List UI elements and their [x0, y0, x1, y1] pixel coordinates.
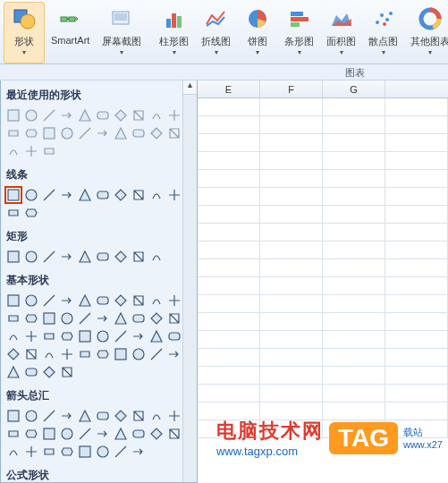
ribbon-area-chart[interactable]: 面积图 ▾ — [320, 2, 362, 64]
shape-option[interactable] — [58, 309, 76, 327]
cell[interactable] — [385, 206, 448, 223]
shape-option[interactable] — [112, 443, 130, 461]
shape-option[interactable] — [22, 345, 40, 363]
cell[interactable] — [323, 242, 385, 258]
shape-option[interactable] — [165, 309, 183, 327]
col-header[interactable]: G — [323, 80, 385, 97]
cell[interactable] — [260, 313, 323, 330]
shape-option[interactable] — [112, 425, 130, 443]
shape-option[interactable] — [22, 248, 40, 266]
shape-option[interactable] — [40, 309, 58, 327]
shape-option[interactable] — [94, 443, 112, 461]
shape-option[interactable] — [148, 292, 165, 309]
shape-option[interactable] — [130, 345, 148, 363]
ribbon-hbar-chart[interactable]: 条形图 ▾ — [278, 2, 320, 64]
col-header[interactable]: E — [198, 80, 260, 97]
shape-option[interactable] — [130, 124, 148, 142]
shape-option[interactable] — [40, 186, 58, 204]
shape-option[interactable] — [165, 327, 183, 345]
shape-option[interactable] — [112, 186, 130, 204]
cell[interactable] — [198, 188, 260, 205]
shape-option[interactable] — [94, 248, 112, 266]
shape-option[interactable] — [94, 345, 112, 363]
shape-option[interactable] — [130, 407, 148, 425]
shape-option[interactable] — [22, 363, 40, 381]
cell[interactable] — [323, 277, 385, 294]
shape-option[interactable] — [148, 425, 165, 443]
shape-option[interactable] — [76, 186, 94, 204]
shape-option[interactable] — [94, 309, 112, 327]
shape-option[interactable] — [112, 345, 130, 363]
shape-option[interactable] — [94, 124, 112, 142]
shape-option[interactable] — [58, 407, 76, 425]
ribbon-shapes[interactable]: 形状 ▾ — [4, 2, 45, 64]
ribbon-screenshot[interactable]: 屏幕截图 ▾ — [96, 2, 148, 64]
cell[interactable] — [385, 242, 448, 258]
cell[interactable] — [323, 313, 385, 330]
ribbon-scatter-chart[interactable]: 散点图 ▾ — [362, 2, 404, 64]
shape-option[interactable] — [4, 204, 22, 222]
cell[interactable] — [198, 224, 260, 241]
shape-option[interactable] — [58, 443, 76, 461]
shape-option[interactable] — [4, 248, 22, 266]
shape-option[interactable] — [22, 124, 40, 142]
cell[interactable] — [260, 206, 323, 223]
shape-option[interactable] — [58, 248, 76, 266]
cell[interactable] — [385, 385, 448, 402]
shape-option[interactable] — [4, 443, 22, 461]
shape-option[interactable] — [4, 363, 22, 381]
shape-option[interactable] — [40, 443, 58, 461]
cell[interactable] — [323, 295, 385, 312]
shape-option[interactable] — [58, 106, 76, 124]
shape-option[interactable] — [76, 345, 94, 363]
cell[interactable] — [323, 134, 385, 151]
shape-option[interactable] — [40, 327, 58, 345]
shape-option[interactable] — [112, 248, 130, 266]
shape-option[interactable] — [130, 425, 148, 443]
scroll-up-icon[interactable]: ▲ — [183, 80, 197, 95]
cell[interactable] — [260, 116, 323, 133]
shape-option[interactable] — [76, 425, 94, 443]
shape-option[interactable] — [130, 309, 148, 327]
col-header[interactable]: F — [260, 80, 323, 97]
shape-option[interactable] — [40, 292, 58, 309]
cell[interactable] — [198, 367, 260, 384]
cell[interactable] — [198, 331, 260, 348]
cell[interactable] — [198, 259, 260, 276]
cell[interactable] — [260, 277, 323, 294]
shape-option[interactable] — [76, 106, 94, 124]
shape-option[interactable] — [112, 309, 130, 327]
shape-option[interactable] — [40, 363, 58, 381]
shape-option[interactable] — [58, 425, 76, 443]
cell[interactable] — [323, 367, 385, 384]
shape-option[interactable] — [58, 345, 76, 363]
shape-option[interactable] — [130, 292, 148, 309]
ribbon-line-chart[interactable]: 折线图 ▾ — [195, 2, 237, 64]
shape-option[interactable] — [130, 106, 148, 124]
cell[interactable] — [323, 224, 385, 241]
panel-scrollbar[interactable]: ▲ — [182, 80, 197, 482]
shape-option[interactable] — [22, 292, 40, 309]
cell[interactable] — [385, 224, 448, 241]
cell[interactable] — [385, 331, 448, 348]
shape-option[interactable] — [4, 345, 22, 363]
shape-option[interactable] — [94, 407, 112, 425]
shape-option[interactable] — [148, 407, 165, 425]
shape-option[interactable] — [76, 309, 94, 327]
shape-option[interactable] — [112, 327, 130, 345]
cell[interactable] — [323, 98, 385, 115]
cell[interactable] — [385, 277, 448, 294]
cell[interactable] — [385, 313, 448, 330]
shape-option[interactable] — [76, 248, 94, 266]
shape-option[interactable] — [22, 425, 40, 443]
shape-option[interactable] — [22, 407, 40, 425]
shape-option[interactable] — [130, 327, 148, 345]
cell[interactable] — [260, 259, 323, 276]
cell[interactable] — [323, 385, 385, 402]
cell[interactable] — [385, 349, 448, 366]
cell[interactable] — [260, 134, 323, 151]
shape-option[interactable] — [76, 407, 94, 425]
shape-option[interactable] — [76, 443, 94, 461]
cell[interactable] — [323, 116, 385, 133]
shape-option[interactable] — [112, 292, 130, 309]
